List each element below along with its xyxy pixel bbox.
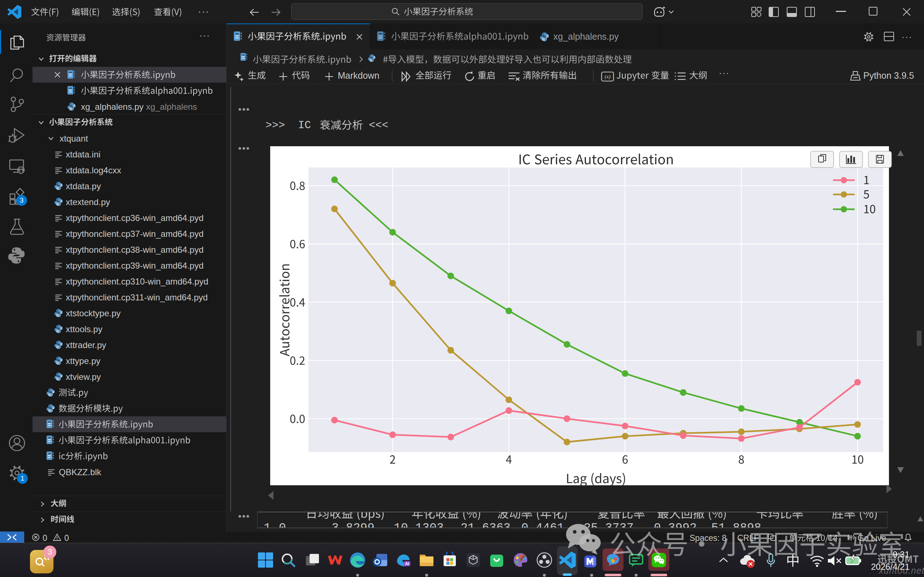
svg-text:AI: AI — [405, 561, 409, 566]
svg-text:(x): (x) — [605, 74, 611, 80]
